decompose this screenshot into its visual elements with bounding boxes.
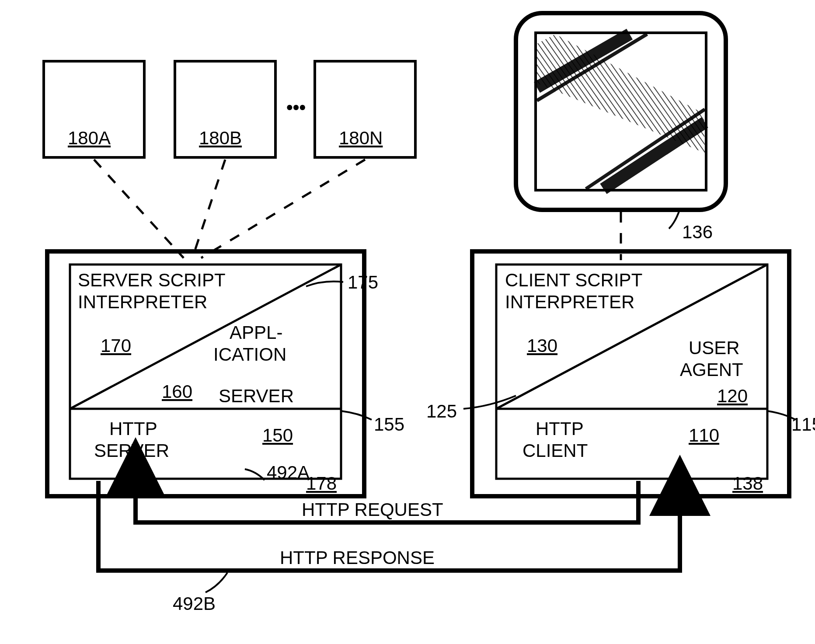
http-server-l2: SERVER xyxy=(94,440,169,461)
svg-line-7 xyxy=(201,160,365,258)
server-outer-box: SERVER SCRIPT INTERPRETER 170 APPL- ICAT… xyxy=(47,251,364,496)
user-agent-l1: USER xyxy=(689,338,740,358)
client-script-l1: CLIENT SCRIPT xyxy=(505,270,642,290)
svg-line-5 xyxy=(94,160,184,258)
external-box-a: 180A xyxy=(44,61,144,157)
external-b-ref: 180B xyxy=(199,128,242,148)
server-script-ref: 170 xyxy=(101,335,131,356)
client-outer-box: CLIENT SCRIPT INTERPRETER 130 USER AGENT… xyxy=(472,251,789,496)
server-script-l1: SERVER SCRIPT xyxy=(78,270,226,290)
app-server-ref: 160 xyxy=(162,381,192,402)
external-box-n: 180N xyxy=(315,61,415,157)
client-edge-ref: 115 xyxy=(791,414,815,435)
http-request-label: HTTP REQUEST xyxy=(302,499,443,520)
server-outer-ref2: 178 xyxy=(306,473,337,494)
server-script-l2: INTERPRETER xyxy=(78,292,207,312)
http-client-l2: CLIENT xyxy=(522,440,588,461)
http-request-arrow: HTTP REQUEST 492A xyxy=(136,462,638,522)
app-server-l1: APPL- xyxy=(230,322,282,343)
http-server-l1: HTTP xyxy=(109,418,157,439)
client-div-ref: 125 xyxy=(426,401,457,421)
http-client-ref: 110 xyxy=(689,425,719,446)
display-monitor: 136 xyxy=(516,13,726,242)
server-edge-ref: 155 xyxy=(374,414,404,435)
server-div-ref: 175 xyxy=(348,272,378,292)
http-client-l1: HTTP xyxy=(536,418,584,439)
ellipsis: ••• xyxy=(286,97,306,118)
external-a-ref: 180A xyxy=(68,128,111,148)
app-server-l2: ICATION xyxy=(213,344,286,365)
external-n-ref: 180N xyxy=(339,128,383,148)
client-script-ref: 130 xyxy=(527,335,557,356)
external-box-b: 180B xyxy=(175,61,275,157)
client-script-l2: INTERPRETER xyxy=(505,292,634,312)
user-agent-l2: AGENT xyxy=(680,359,743,380)
http-server-ref: 150 xyxy=(262,425,293,446)
display-ref: 136 xyxy=(682,222,713,242)
user-agent-ref: 120 xyxy=(717,386,748,406)
http-response-ref: 492B xyxy=(173,593,216,614)
client-outer-ref: 138 xyxy=(732,473,763,494)
app-server-l3: SERVER xyxy=(219,386,294,406)
svg-line-6 xyxy=(192,160,225,258)
http-request-ref: 492A xyxy=(267,462,310,483)
http-response-label: HTTP RESPONSE xyxy=(280,547,435,568)
diagram-canvas: 180A 180B ••• 180N 136 xyxy=(0,0,815,644)
